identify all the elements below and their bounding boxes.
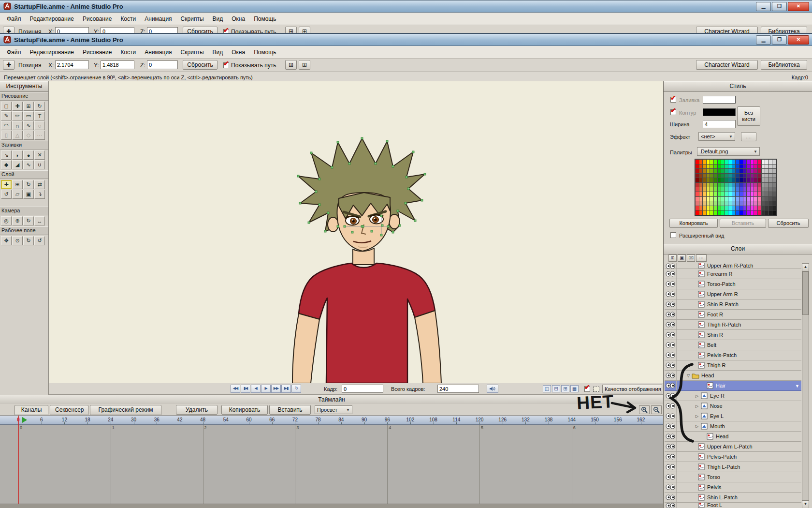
layer-options-arrow[interactable]: ▼ xyxy=(795,384,799,388)
palette-swatch[interactable] xyxy=(743,197,747,201)
control-point[interactable] xyxy=(381,224,383,226)
palette-swatch[interactable] xyxy=(725,160,728,164)
palette-swatch[interactable] xyxy=(696,174,699,178)
palette-swatch[interactable] xyxy=(721,174,725,178)
palette-swatch[interactable] xyxy=(747,183,750,187)
palette-swatch[interactable] xyxy=(772,192,776,196)
palette-swatch[interactable] xyxy=(751,187,754,192)
palette-swatch[interactable] xyxy=(710,192,713,196)
palette-swatch[interactable] xyxy=(699,197,703,201)
eyedropper-tool[interactable]: ◆ xyxy=(1,160,12,169)
position-y-input[interactable] xyxy=(101,27,134,34)
palette-swatch[interactable] xyxy=(718,210,721,215)
layer-row-Hair[interactable]: Hair ▼ xyxy=(665,381,801,391)
palette-swatch[interactable] xyxy=(762,160,765,164)
library-button[interactable]: Библиотека xyxy=(761,60,807,70)
palette-swatch[interactable] xyxy=(762,187,765,192)
timeline-ruler[interactable]: 0612182430364248546066727884909610210811… xyxy=(0,416,663,425)
palette-swatch[interactable] xyxy=(765,187,768,192)
palette-swatch[interactable] xyxy=(696,206,699,210)
close-button[interactable]: ✕ xyxy=(788,35,809,45)
palette-swatch[interactable] xyxy=(725,187,728,192)
palette-swatch[interactable] xyxy=(747,160,750,164)
layer-visibility-toggle[interactable] xyxy=(665,452,677,462)
palette-swatch[interactable] xyxy=(725,210,728,215)
palette-swatch[interactable] xyxy=(699,160,703,164)
palette-swatch[interactable] xyxy=(747,206,750,210)
layer-row-Pelvis-Patch[interactable]: Pelvis-Patch ▼ xyxy=(665,350,801,360)
palette-swatch[interactable] xyxy=(772,174,776,178)
palette-swatch[interactable] xyxy=(696,210,699,215)
palette-swatch[interactable] xyxy=(707,206,710,210)
palette-swatch[interactable] xyxy=(772,187,776,192)
layer-visibility-toggle[interactable] xyxy=(665,360,677,370)
palette-swatch[interactable] xyxy=(772,160,776,164)
palette-swatch[interactable] xyxy=(762,169,765,173)
palette-swatch[interactable] xyxy=(728,187,732,192)
palette-swatch[interactable] xyxy=(696,169,699,173)
palette-swatch[interactable] xyxy=(740,192,743,196)
palette-swatch[interactable] xyxy=(751,174,754,178)
palette-swatch[interactable] xyxy=(765,164,768,169)
menu-Помощь[interactable]: Помощь xyxy=(249,47,280,58)
palette-swatch[interactable] xyxy=(732,169,736,173)
palette-swatch[interactable] xyxy=(762,183,765,187)
palette-swatch[interactable] xyxy=(732,210,736,215)
palette-swatch[interactable] xyxy=(736,164,739,169)
bg-menu-Файл[interactable]: Файл xyxy=(2,14,26,24)
palette-swatch[interactable] xyxy=(714,192,717,196)
quad-view-button[interactable]: ▦ xyxy=(570,385,579,392)
palette-swatch[interactable] xyxy=(762,174,765,178)
palette-swatch[interactable] xyxy=(747,197,750,201)
layer-row-Belt[interactable]: Belt ▼ xyxy=(665,340,801,350)
palette-swatch[interactable] xyxy=(699,178,703,182)
palette-swatch[interactable] xyxy=(769,164,772,169)
control-point[interactable] xyxy=(424,173,426,175)
layers-scrollbar[interactable]: ▲ ▼ xyxy=(802,263,809,508)
palette-swatch[interactable] xyxy=(754,192,757,196)
palette-swatch[interactable] xyxy=(747,164,750,169)
control-point[interactable] xyxy=(375,163,377,164)
reset-button[interactable]: Сбросить xyxy=(183,60,218,70)
layer-expand-arrow[interactable]: ▷ xyxy=(694,404,700,408)
control-point[interactable] xyxy=(392,165,394,167)
layer-row-Foot R[interactable]: Foot R ▼ xyxy=(665,310,801,320)
palette-swatch[interactable] xyxy=(696,197,699,201)
palette-swatch[interactable] xyxy=(732,187,736,192)
palette-swatch[interactable] xyxy=(769,174,772,178)
control-point[interactable] xyxy=(297,175,299,177)
control-point[interactable] xyxy=(361,137,363,139)
control-point[interactable] xyxy=(397,210,399,212)
palette-swatch[interactable] xyxy=(769,201,772,206)
palette-swatch[interactable] xyxy=(740,169,743,173)
palette-swatch[interactable] xyxy=(707,192,710,196)
palette-swatch[interactable] xyxy=(728,210,732,215)
layer-row-Eye L[interactable]: ▷ Eye L ▼ xyxy=(665,411,801,421)
layer-row-Thigh L-Patch[interactable]: Thigh L-Patch ▼ xyxy=(665,462,801,472)
control-point[interactable] xyxy=(371,230,373,232)
palette-swatch[interactable] xyxy=(718,206,721,210)
rotate-layer-z-tool[interactable]: ↻ xyxy=(23,180,34,189)
library-button[interactable]: Библиотека xyxy=(761,27,807,34)
palette-swatch[interactable] xyxy=(732,160,736,164)
palette-swatch[interactable] xyxy=(743,160,747,164)
reset-style-button[interactable]: Сбросить xyxy=(768,219,809,228)
palette-swatch[interactable] xyxy=(710,210,713,215)
palette-swatch[interactable] xyxy=(721,160,725,164)
reset-button[interactable]: Сбросить xyxy=(183,27,218,34)
palette-swatch[interactable] xyxy=(714,206,717,210)
control-point[interactable] xyxy=(310,152,312,154)
palette-swatch[interactable] xyxy=(747,169,750,173)
track-camera-tool[interactable]: ◎ xyxy=(1,216,12,225)
select-shape-tool[interactable]: ↘ xyxy=(1,150,12,160)
palette-swatch[interactable] xyxy=(765,183,768,187)
palette-swatch[interactable] xyxy=(732,164,736,169)
pan-workspace-tool[interactable]: ✥ xyxy=(1,236,12,245)
rectangle-tool[interactable]: ▭ xyxy=(23,111,34,120)
extra-tool-2[interactable]: △ xyxy=(12,131,23,140)
bg-menu-Редактирование[interactable]: Редактирование xyxy=(26,14,78,24)
timeline-track[interactable]: 0123456 xyxy=(0,425,663,504)
palette-swatch[interactable] xyxy=(769,210,772,215)
palette-swatch[interactable] xyxy=(725,178,728,182)
palette-swatch[interactable] xyxy=(732,206,736,210)
